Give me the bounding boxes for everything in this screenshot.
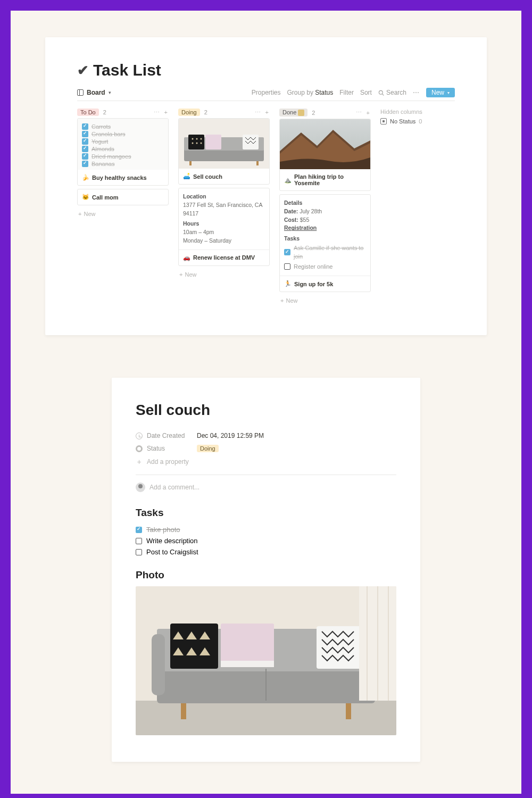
svg-point-6 [192,138,194,140]
svg-point-9 [192,143,194,144]
card-sign-up-5k[interactable]: Details Date: July 28th Cost: $55 Regist… [279,194,371,292]
check-item: Bananas [82,160,164,168]
more-options-button[interactable]: ⋯ [413,89,420,96]
properties-button[interactable]: Properties [252,89,281,96]
new-button[interactable]: New ▾ [426,88,455,97]
column-menu-button[interactable]: ⋯ [255,109,261,116]
add-card-button[interactable]: +New [279,295,371,306]
done-badge-icon [298,110,304,116]
card-title-text: Call mom [92,194,119,201]
column-count: 2 [204,109,207,115]
column-count: 2 [103,109,106,115]
card-cover-image [179,119,269,169]
column-tag-done[interactable]: Done [279,109,307,117]
chevron-down-icon[interactable]: ▾ [109,90,111,95]
column-tag-todo[interactable]: To Do [77,109,99,116]
date-value: July 28th [298,208,322,214]
card-sell-couch[interactable]: 🛋️Sell couch [178,118,270,185]
card-plan-hiking-trip[interactable]: ⛰️Plan hiking trip to Yosemite [279,119,371,191]
checkbox-checked-icon [82,123,88,130]
add-card-button[interactable]: +New [77,209,169,219]
property-status[interactable]: Status Doing [136,442,396,455]
property-label: Status [147,445,165,452]
svg-rect-13 [243,135,259,149]
svg-point-11 [201,143,202,144]
card-title-text: Sign up for 5k [294,281,333,287]
location-value: 1377 Fell St, San Francisco, CA 94117 [183,201,265,218]
card-cover-image [280,119,370,169]
sort-button[interactable]: Sort [360,89,372,96]
hidden-columns-section: Hidden columns No Status 0 [380,106,455,306]
checkbox-checked-icon[interactable] [136,527,142,533]
task-row[interactable]: Post to Craigslist [136,546,396,558]
property-value: Dec 04, 2019 12:59 PM [197,432,264,439]
hidden-column-no-status[interactable]: No Status 0 [380,115,455,128]
checkbox-empty-icon[interactable] [136,538,142,544]
hidden-columns-label: Hidden columns [380,109,455,115]
cat-icon: 🐱 [82,194,89,201]
task-row[interactable]: Take photo [136,524,396,535]
checkbox-checked-icon [82,138,88,145]
checkbox-checked-icon [82,153,88,160]
car-icon: 🚗 [183,254,190,261]
card-renew-license[interactable]: Location 1377 Fell St, San Francisco, CA… [178,188,270,266]
add-card-button[interactable]: +New [178,269,270,280]
card-buy-healthy-snacks[interactable]: Carrots Granola bars Yogurt Almonds Drie… [77,118,169,186]
checkbox-checked-icon [284,249,290,255]
no-status-label: No Status [390,118,415,124]
comment-placeholder: Add a comment... [149,484,200,491]
checkbox-checked-icon [82,161,88,167]
filter-button[interactable]: Filter [339,89,354,96]
checkbox-empty-icon[interactable] [136,549,142,555]
plus-icon: + [78,211,81,217]
card-call-mom[interactable]: 🐱Call mom [77,189,169,205]
column-done: Done 2 ⋯ + [279,106,371,306]
svg-rect-15 [256,161,259,165]
column-menu-button[interactable]: ⋯ [154,109,160,116]
hours-label: Hours [183,220,265,228]
plus-icon: + [280,297,284,304]
column-add-button[interactable]: + [365,110,371,116]
task-row[interactable]: Write description [136,535,396,546]
column-add-button[interactable]: + [163,109,169,115]
group-by-button[interactable]: Group by Status [287,89,334,96]
property-date-created[interactable]: Date Created Dec 04, 2019 12:59 PM [136,429,396,442]
status-icon [136,445,143,452]
kanban-board: To Do 2 ⋯ + Carrots Granola bars Yogurt … [77,106,455,306]
column-add-button[interactable]: + [264,109,270,115]
svg-point-10 [196,143,198,144]
svg-rect-14 [189,161,192,165]
column-tag-doing[interactable]: Doing [178,109,200,116]
search-button[interactable]: Search [378,89,406,96]
svg-line-1 [383,94,384,95]
date-label: Date: [284,208,298,214]
svg-rect-18 [136,701,396,735]
property-label: Date Created [147,432,185,439]
task-list-board-panel: ✔ Task List Board ▾ Properties Group by … [45,37,487,335]
column-menu-button[interactable]: ⋯ [356,109,362,116]
svg-point-0 [379,90,383,94]
view-selector[interactable]: Board [87,89,105,96]
card-title-text: Renew license at DMV [193,254,255,261]
checkbox-empty-icon [284,263,290,270]
registration-link: Registration [284,225,317,231]
svg-rect-5 [188,135,204,149]
svg-rect-12 [205,135,221,149]
svg-rect-31 [221,661,274,667]
column-count: 2 [312,110,315,116]
tasks-label: Tasks [284,235,366,243]
svg-rect-35 [346,703,351,719]
page-title-text: Task List [93,61,161,79]
cost-value: $55 [298,217,309,223]
add-property-button[interactable]: + Add a property [136,455,396,472]
clock-icon [136,433,143,439]
details-label: Details [284,199,366,207]
card-title-text: Sell couch [193,173,222,180]
check-item: Dried mangoes [82,153,164,160]
group-by-value: Status [315,89,333,96]
detail-title: Sell couch [136,402,396,419]
chevron-down-icon: ▾ [447,90,450,95]
runner-icon: 🏃 [284,280,292,287]
no-status-icon [380,118,387,124]
add-comment-input[interactable]: Add a comment... [136,477,396,495]
